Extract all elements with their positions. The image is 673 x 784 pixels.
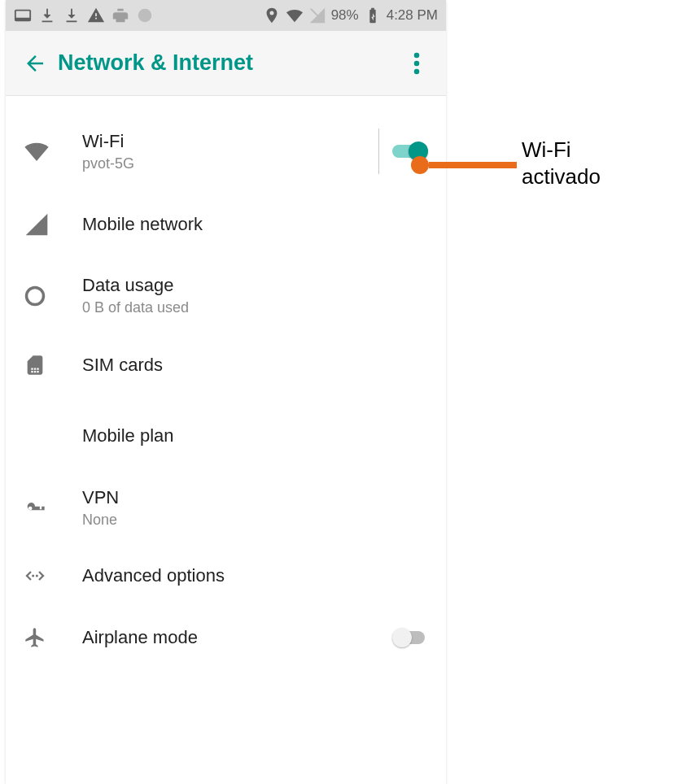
svg-point-3 [138,9,152,23]
app-bar: Network & Internet [6,31,446,96]
phone-frame: 98% 4:28 PM Network & Internet Wi-Fi pvo [6,0,446,784]
status-bar: 98% 4:28 PM [6,0,446,31]
airplane-toggle[interactable] [392,628,428,647]
svg-point-8 [27,287,44,304]
airplane-icon [24,626,82,649]
wifi-toggle[interactable] [392,142,428,161]
airplane-mode-row[interactable]: Airplane mode [6,608,446,667]
wifi-label: Wi-Fi [82,131,378,152]
mobile-network-row[interactable]: Mobile network [6,189,446,260]
clock: 4:28 PM [387,7,438,24]
svg-rect-1 [15,18,30,21]
back-button[interactable] [15,44,55,83]
wifi-sub: pvot-5G [82,155,378,172]
no-sim-icon [308,7,326,24]
data-usage-icon [24,285,82,307]
page-title: Network & Internet [55,50,397,76]
airplane-label: Airplane mode [82,627,392,648]
advanced-options-row[interactable]: Advanced options [6,543,446,608]
svg-point-6 [414,60,420,66]
sim-card-icon [24,354,82,377]
data-usage-label: Data usage [82,275,428,296]
wifi-row[interactable]: Wi-Fi pvot-5G [6,114,446,189]
arrow-back-icon [23,51,47,76]
card-icon [14,7,32,24]
wifi-status-icon [286,7,304,24]
circle-icon [136,7,154,24]
divider [378,128,379,174]
svg-point-10 [36,574,38,577]
print-icon [111,7,129,24]
download-icon [38,7,56,24]
vpn-row[interactable]: VPN None [6,473,446,543]
wifi-icon [24,138,82,164]
overflow-menu-button[interactable] [397,44,436,83]
status-right: 98% 4:28 PM [263,7,438,24]
advanced-label: Advanced options [82,565,428,586]
signal-icon [24,211,82,237]
mobile-plan-row[interactable]: Mobile plan [6,399,446,473]
status-left-icons [14,7,263,24]
location-icon [263,7,281,24]
vpn-sub: None [82,512,428,529]
battery-charging-icon [364,7,382,24]
data-usage-row[interactable]: Data usage 0 B of data used [6,260,446,331]
warning-icon [87,7,105,24]
battery-percent: 98% [331,7,359,24]
sim-cards-label: SIM cards [82,355,428,376]
mobile-plan-label: Mobile plan [82,425,428,446]
settings-list: Wi-Fi pvot-5G Mobile network [6,96,446,667]
vpn-label: VPN [82,487,428,508]
callout-text: Wi-Fi activado [522,137,601,189]
sim-cards-row[interactable]: SIM cards [6,331,446,399]
svg-point-7 [414,68,420,74]
download-icon-2 [63,7,81,24]
advanced-icon [24,564,82,587]
svg-rect-2 [67,20,77,22]
svg-point-5 [414,52,420,58]
svg-point-9 [32,574,34,577]
more-vert-icon [413,51,420,76]
mobile-network-label: Mobile network [82,214,428,235]
data-usage-sub: 0 B of data used [82,299,428,316]
vpn-key-icon [24,497,82,520]
